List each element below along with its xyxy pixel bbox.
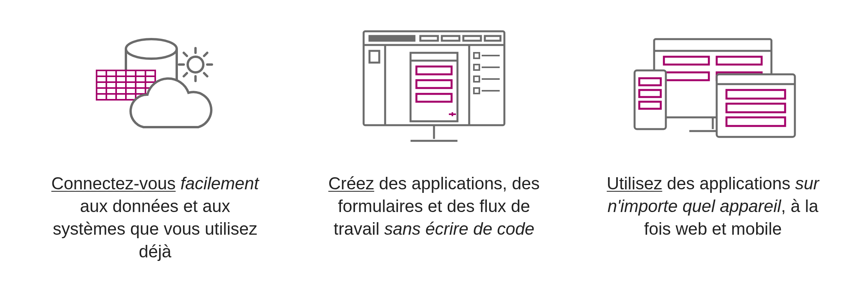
data-cloud-icon (85, 23, 226, 149)
svg-rect-30 (369, 51, 379, 63)
devices-icon (627, 23, 799, 149)
feature-connect-text: Connectez-vous facilement aux données et… (46, 172, 265, 263)
svg-line-8 (184, 73, 187, 76)
feature-connect: Connectez-vous facilement aux données et… (30, 23, 280, 263)
svg-rect-24 (369, 36, 414, 41)
app-builder-icon (352, 23, 516, 149)
svg-rect-26 (442, 36, 459, 41)
svg-rect-34 (474, 65, 479, 70)
svg-rect-27 (463, 36, 481, 41)
svg-line-7 (204, 53, 207, 56)
feature-use: Utilisez des applications sur n'importe … (588, 23, 838, 240)
svg-rect-25 (420, 36, 438, 41)
svg-rect-42 (416, 67, 452, 74)
mid-text: des applications (662, 174, 795, 193)
svg-line-6 (184, 53, 187, 56)
svg-rect-43 (416, 80, 452, 88)
feature-create: Créez des applications, des formulaires … (309, 23, 559, 240)
tail-text: aux données et aux systèmes que vous uti… (53, 196, 257, 261)
svg-rect-32 (474, 53, 479, 58)
svg-point-0 (126, 39, 177, 59)
svg-rect-28 (485, 36, 500, 41)
svg-rect-38 (474, 88, 479, 93)
lead-word: Connectez-vous (51, 174, 176, 193)
feature-create-text: Créez des applications, des formulaires … (325, 172, 543, 240)
svg-rect-44 (416, 94, 452, 102)
lead-word: Créez (328, 174, 374, 193)
svg-point-1 (188, 57, 203, 72)
feature-use-text: Utilisez des applications sur n'importe … (603, 172, 822, 240)
emph-word: sans écrire de code (384, 219, 534, 238)
lead-word: Utilisez (607, 174, 662, 193)
svg-rect-36 (474, 76, 479, 82)
svg-line-9 (204, 73, 207, 76)
emph-word: facilement (180, 174, 259, 193)
